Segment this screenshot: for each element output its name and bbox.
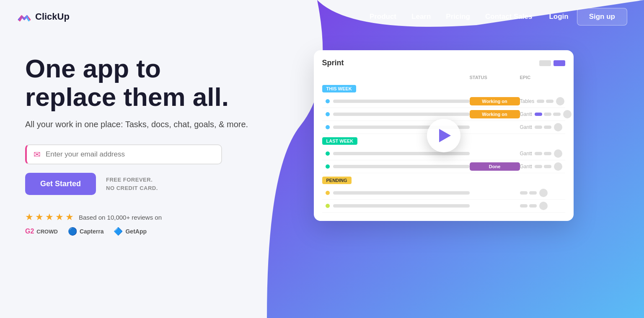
nav-learn[interactable]: Learn — [411, 13, 431, 21]
task-dot — [326, 151, 330, 156]
reviews-section: ★ ★ ★ ★ ★ Based on 10,000+ reviews on G2… — [25, 212, 268, 236]
table-row — [322, 200, 565, 213]
headline-line1: One app to — [25, 54, 161, 83]
circle-btn[interactable] — [539, 202, 548, 210]
capterra-label: Capterra — [80, 228, 104, 235]
task-dot — [326, 125, 330, 129]
g2-icon: G2 — [25, 228, 34, 235]
stars-row: ★ ★ ★ ★ ★ Based on 10,000+ reviews on — [25, 212, 268, 223]
status-badge — [470, 204, 520, 208]
star-1: ★ — [25, 212, 34, 223]
table-row: Working on Tables — [322, 95, 565, 108]
hero-section: One app to replace them all. All your wo… — [0, 33, 644, 318]
status-badge — [470, 191, 520, 195]
nav-actions: Login Sign up — [549, 8, 627, 26]
nav-links: Product Learn Pricing Contact Sales — [370, 13, 533, 21]
dash-ctrl-2[interactable] — [553, 60, 565, 66]
headline-line2: replace them all. — [25, 82, 229, 111]
col-status: STATUS — [470, 75, 520, 80]
pending-label: PENDING — [322, 177, 352, 184]
task-bar — [333, 100, 470, 103]
hero-subtext: All your work in one place: Tasks, docs,… — [25, 120, 268, 129]
nav-product[interactable]: Product — [370, 13, 396, 21]
email-input[interactable] — [46, 150, 215, 159]
navbar: ClickUp Product Learn Pricing Contact Sa… — [0, 0, 644, 33]
task-bar — [333, 113, 470, 116]
logo-badges: G2 CROWD 🔵 Capterra 🔷 GetApp — [25, 227, 268, 236]
hero-headline: One app to replace them all. — [25, 54, 268, 111]
task-dot — [326, 99, 330, 103]
nav-contact-sales[interactable]: Contact Sales — [485, 13, 532, 21]
hero-left: One app to replace them all. All your wo… — [25, 46, 268, 236]
circle-btn[interactable] — [563, 110, 572, 118]
review-text: Based on 10,000+ reviews on — [79, 214, 162, 221]
epic-text: Gantt — [520, 151, 532, 156]
col-epic: EPIC — [520, 75, 562, 80]
crowd-label: CROWD — [36, 228, 58, 235]
dash-controls — [539, 60, 565, 66]
dash-title: Sprint — [322, 59, 344, 67]
task-dot — [326, 112, 330, 116]
col-headers: STATUS EPIC — [322, 73, 565, 82]
getapp-label: GetApp — [125, 228, 147, 235]
capterra-icon: 🔵 — [68, 227, 77, 236]
circle-btn[interactable] — [539, 189, 548, 197]
task-bar — [333, 165, 470, 168]
epic-text: Tables — [520, 98, 535, 104]
signup-button[interactable]: Sign up — [577, 8, 627, 26]
capterra-badge: 🔵 Capterra — [68, 227, 104, 236]
play-triangle-icon — [439, 129, 451, 142]
dash-header: Sprint — [322, 59, 565, 67]
task-bar — [333, 204, 470, 208]
epic-text: Gantt — [520, 164, 532, 169]
nav-pricing[interactable]: Pricing — [446, 13, 470, 21]
circle-btn[interactable] — [556, 97, 564, 105]
dashboard-card: Sprint STATUS EPIC THIS WEEK — [314, 50, 574, 221]
get-started-button[interactable]: Get Started — [25, 173, 96, 195]
last-week-label: LAST WEEK — [322, 137, 358, 145]
getapp-icon: 🔷 — [114, 227, 123, 236]
g2-badge: G2 CROWD — [25, 228, 58, 235]
task-dot — [326, 164, 330, 169]
star-2: ★ — [35, 212, 44, 223]
clickup-logo-icon — [17, 9, 32, 24]
getapp-badge: 🔷 GetApp — [114, 227, 147, 236]
epic-text: Gantt — [520, 111, 532, 117]
email-icon: ✉ — [34, 149, 41, 159]
task-bar — [333, 152, 470, 155]
epic-text: Gantt — [520, 124, 532, 130]
status-badge: Done — [470, 162, 520, 171]
this-week-label: THIS WEEK — [322, 85, 356, 92]
free-text: FREE FOREVER. NO CREDIT CARD. — [106, 176, 158, 192]
task-dot — [326, 191, 330, 195]
star-3: ★ — [45, 212, 54, 223]
login-button[interactable]: Login — [549, 13, 568, 21]
status-badge: Working on — [470, 97, 520, 105]
dash-ctrl-1[interactable] — [539, 60, 551, 66]
logo[interactable]: ClickUp — [17, 9, 70, 24]
circle-btn[interactable] — [554, 149, 562, 158]
task-dot — [326, 204, 330, 208]
cta-row: Get Started FREE FOREVER. NO CREDIT CARD… — [25, 173, 268, 195]
circle-btn[interactable] — [554, 162, 562, 171]
status-badge — [470, 126, 520, 129]
table-row — [322, 187, 565, 200]
table-row: Done Gantt — [322, 160, 565, 173]
hero-right: Sprint STATUS EPIC THIS WEEK — [268, 46, 619, 221]
task-bar — [333, 191, 470, 195]
play-overlay — [427, 119, 460, 152]
section-pending: PENDING — [322, 173, 565, 213]
email-form: ✉ — [25, 144, 222, 164]
logo-text: ClickUp — [35, 11, 70, 22]
star-5: ★ — [65, 212, 74, 223]
status-badge: Working on — [470, 110, 520, 118]
circle-btn[interactable] — [554, 123, 562, 131]
status-badge — [470, 152, 520, 155]
play-button[interactable] — [427, 119, 460, 152]
star-4: ★ — [55, 212, 64, 223]
